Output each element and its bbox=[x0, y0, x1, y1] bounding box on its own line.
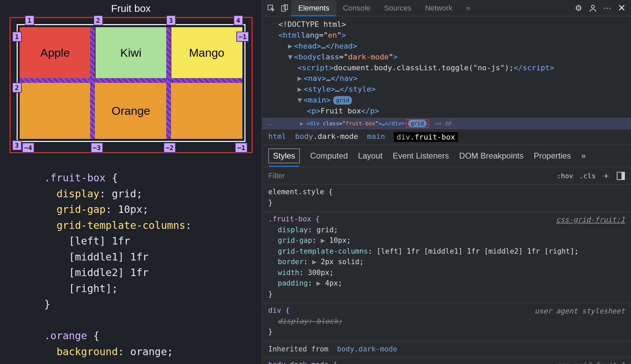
css-prop[interactable]: width bbox=[278, 269, 299, 277]
tab-styles[interactable]: Styles bbox=[268, 148, 300, 163]
new-style-rule-icon[interactable]: ＋ bbox=[602, 170, 611, 182]
dom-node[interactable]: <script> bbox=[297, 62, 334, 73]
grid-gap-overlay bbox=[20, 78, 242, 83]
inherited-from-link[interactable]: body.dark-mode bbox=[337, 345, 397, 353]
tab-properties[interactable]: Properties bbox=[534, 151, 571, 161]
toggle-sidebar-icon[interactable] bbox=[617, 172, 625, 180]
dom-selected-row[interactable]: … ▶<div class="fruit-box">…</div> grid =… bbox=[262, 118, 631, 129]
grid-line-tag: 4 bbox=[234, 15, 243, 25]
css-prop[interactable]: padding bbox=[278, 279, 308, 287]
rule-selector[interactable]: div { bbox=[268, 306, 290, 314]
crumb-main[interactable]: main bbox=[367, 132, 385, 142]
css-val: [left] 1fr bbox=[69, 235, 130, 247]
rendered-page: Fruit box 1 2 3 4 1 2 3 −1 −4 −3 −2 −1 A… bbox=[0, 0, 262, 364]
page-title: Fruit box bbox=[0, 3, 262, 14]
grid-line-tag: −4 bbox=[22, 143, 34, 153]
crumb-div[interactable]: div.fruit-box bbox=[394, 132, 458, 142]
css-prop: background bbox=[56, 346, 118, 358]
account-icon[interactable] bbox=[589, 4, 597, 13]
rule-user-agent[interactable]: user agent stylesheet div { display: blo… bbox=[262, 303, 631, 341]
tab-computed[interactable]: Computed bbox=[310, 151, 348, 161]
crumb-html[interactable]: html bbox=[268, 132, 286, 142]
dom-node[interactable]: <head> bbox=[294, 41, 321, 52]
dom-node[interactable]: <p> bbox=[307, 106, 321, 116]
css-prop[interactable]: display bbox=[278, 226, 308, 234]
tab-layout[interactable]: Layout bbox=[358, 151, 382, 161]
tab-dom-breakpoints[interactable]: DOM Breakpoints bbox=[459, 151, 524, 161]
css-val: 10px bbox=[118, 203, 142, 215]
grid-badge[interactable]: grid bbox=[333, 96, 352, 105]
grid-line-tag: −2 bbox=[164, 143, 176, 153]
css-val[interactable]: 300px bbox=[308, 269, 329, 277]
css-prop[interactable]: grid-template-columns bbox=[278, 247, 368, 255]
rule-source-link[interactable]: css-grid-fruit:1 bbox=[556, 360, 625, 364]
inspect-element-icon[interactable] bbox=[264, 1, 278, 15]
rule-selector[interactable]: element.style { bbox=[268, 188, 333, 196]
devtools-panel: Elements Console Sources Network » ⚙ ⋯ ✕… bbox=[262, 0, 631, 364]
rule-element-style[interactable]: element.style { } bbox=[262, 185, 631, 212]
svg-point-3 bbox=[592, 5, 595, 8]
css-selector: .fruit-box bbox=[44, 172, 106, 184]
grid-cell-mango: Mango bbox=[171, 27, 242, 78]
grid-line-tag: −1 bbox=[236, 32, 249, 42]
styles-pane[interactable]: element.style { } css-grid-fruit:1 .frui… bbox=[262, 185, 631, 364]
css-val[interactable]: 2px solid bbox=[321, 258, 359, 266]
css-prop[interactable]: border bbox=[278, 258, 304, 266]
css-val[interactable]: grid bbox=[317, 226, 334, 234]
settings-icon[interactable]: ⚙ bbox=[575, 3, 582, 13]
tab-elements[interactable]: Elements bbox=[291, 0, 336, 16]
grid-overlay-highlight: 1 2 3 4 1 2 3 −1 −4 −3 −2 −1 Apple Kiwi … bbox=[10, 17, 253, 153]
tab-event-listeners[interactable]: Event Listeners bbox=[393, 151, 449, 161]
fruit-box-grid: Apple Kiwi Mango Orange bbox=[17, 24, 245, 142]
grid-line-tag: −1 bbox=[235, 143, 247, 153]
css-val: [middle2] 1fr bbox=[69, 267, 149, 278]
close-icon[interactable]: ✕ bbox=[618, 2, 626, 14]
grid-badge-selected[interactable]: grid bbox=[408, 120, 427, 127]
grid-line-tag: 2 bbox=[93, 15, 103, 25]
css-selector: .orange bbox=[44, 330, 87, 342]
styles-filter-input[interactable]: Filter bbox=[268, 171, 285, 180]
dom-node[interactable]: <!DOCTYPE html> bbox=[278, 19, 346, 30]
hov-toggle[interactable]: :hov bbox=[557, 172, 573, 180]
css-val[interactable]: [left] 1fr [middle1] 1fr [middle2] 1fr [… bbox=[377, 247, 575, 255]
device-toolbar-icon[interactable] bbox=[278, 1, 291, 15]
dom-node[interactable]: <body bbox=[294, 52, 317, 62]
tab-network[interactable]: Network bbox=[418, 0, 459, 16]
dom-tree[interactable]: <!DOCTYPE html> <html lang="en"> ▶<head>… bbox=[262, 16, 631, 118]
grid-line-tag: −3 bbox=[91, 143, 103, 153]
dom-node[interactable]: <main> bbox=[304, 95, 330, 106]
tab-more[interactable]: » bbox=[459, 0, 477, 16]
rule-source-link[interactable]: css-grid-fruit:1 bbox=[556, 215, 625, 225]
rule-body-dark[interactable]: css-grid-fruit:1 body.dark-mode { bbox=[262, 358, 631, 364]
tab-sources[interactable]: Sources bbox=[377, 0, 418, 16]
styles-filter-row: Filter :hov .cls ＋ bbox=[262, 167, 631, 185]
grid-line-tag: 1 bbox=[12, 32, 22, 42]
grid-line-tag: 2 bbox=[12, 83, 22, 93]
rule-selector[interactable]: .fruit-box { bbox=[268, 215, 320, 223]
cls-toggle[interactable]: .cls bbox=[579, 172, 596, 180]
css-val: orange bbox=[130, 346, 167, 358]
css-prop: grid-gap bbox=[56, 203, 106, 215]
css-val[interactable]: 4px bbox=[325, 279, 338, 287]
rule-fruit-box[interactable]: css-grid-fruit:1 .fruit-box { display: g… bbox=[262, 212, 631, 303]
grid-line-tag: 3 bbox=[166, 15, 176, 25]
dom-node[interactable]: <html bbox=[278, 30, 301, 41]
css-prop: grid-template-columns bbox=[56, 219, 185, 231]
css-prop[interactable]: display bbox=[278, 317, 308, 325]
crumb-body[interactable]: body.dark-mode bbox=[295, 132, 358, 142]
css-val[interactable]: 10px bbox=[329, 236, 347, 244]
css-val: grid bbox=[112, 188, 136, 200]
tab-styles-more[interactable]: » bbox=[581, 151, 585, 161]
css-val[interactable]: block bbox=[317, 317, 338, 325]
kebab-menu-icon[interactable]: ⋯ bbox=[603, 4, 612, 13]
ua-stylesheet-label: user agent stylesheet bbox=[534, 306, 625, 317]
dollar-zero: == $0 bbox=[435, 120, 451, 127]
css-prop[interactable]: grid-gap bbox=[278, 236, 312, 244]
dom-breadcrumbs: html body.dark-mode main div.fruit-box bbox=[262, 129, 631, 145]
dom-node[interactable]: <nav> bbox=[304, 73, 326, 84]
dom-node[interactable]: <style> bbox=[304, 84, 335, 95]
rule-selector[interactable]: body.dark-mode { bbox=[268, 361, 337, 364]
tab-console[interactable]: Console bbox=[336, 0, 377, 16]
grid-cell-kiwi: Kiwi bbox=[96, 27, 167, 78]
grid-line-tag: 1 bbox=[25, 15, 34, 25]
